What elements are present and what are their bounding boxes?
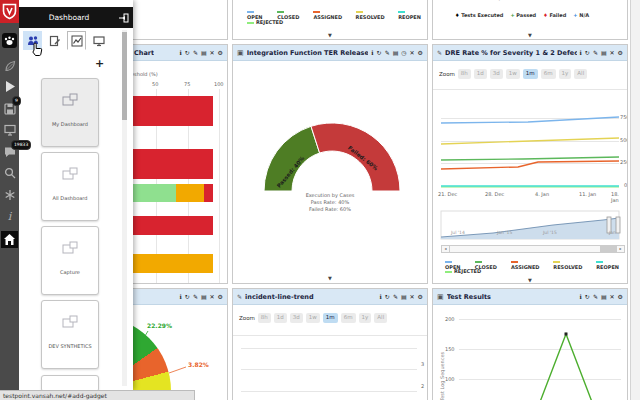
legend-item[interactable]: RESOLVED bbox=[553, 258, 590, 270]
refresh-icon[interactable]: ↻ bbox=[385, 294, 390, 300]
settings-icon[interactable]: ⚙ bbox=[418, 50, 423, 56]
gauge-chart[interactable] bbox=[233, 61, 427, 283]
charts-tab[interactable] bbox=[67, 31, 86, 50]
settings-icon[interactable]: ⚙ bbox=[418, 294, 423, 300]
exit-icon[interactable] bbox=[119, 13, 129, 23]
panel-top-right: Jul Oct ♦ Tests Executed + Passed ♦ Fail… bbox=[432, 0, 628, 40]
add-dashboard-button[interactable]: + bbox=[95, 57, 104, 70]
info-icon[interactable]: ℹ bbox=[580, 50, 582, 56]
legend-item[interactable]: + Passed bbox=[510, 12, 536, 18]
legend-item[interactable]: ASSIGNED bbox=[511, 258, 547, 270]
settings-icon[interactable]: ⚙ bbox=[218, 294, 223, 300]
table-icon[interactable]: ▤ bbox=[201, 294, 207, 300]
vansah-logo[interactable] bbox=[0, 0, 19, 23]
zoom-1d[interactable]: 1d bbox=[274, 313, 287, 323]
leaf-icon[interactable] bbox=[0, 60, 19, 72]
zoom-1m[interactable]: 1m bbox=[323, 313, 338, 323]
refresh-icon[interactable]: ↻ bbox=[377, 50, 382, 56]
home-icon[interactable] bbox=[0, 231, 19, 248]
play-icon[interactable] bbox=[0, 80, 19, 93]
refresh-icon[interactable]: ↻ bbox=[585, 294, 590, 300]
legend-item[interactable]: ♦ Failed bbox=[543, 12, 566, 18]
history-icon[interactable]: ◷ bbox=[401, 50, 406, 56]
table-icon[interactable]: ▤ bbox=[601, 50, 607, 56]
zoom-all[interactable]: All bbox=[374, 313, 387, 323]
refresh-icon[interactable]: ↻ bbox=[185, 50, 190, 56]
legend-item[interactable]: RESOLVED bbox=[356, 8, 391, 20]
close-icon[interactable]: ✕ bbox=[410, 294, 415, 300]
info-icon[interactable]: ℹ bbox=[371, 50, 373, 56]
edit-icon[interactable]: ✎ bbox=[385, 50, 390, 56]
file-edit-icon bbox=[49, 35, 61, 47]
asterisk-icon[interactable] bbox=[0, 189, 19, 201]
y-tick: 3 bbox=[421, 361, 424, 367]
close-icon[interactable]: ✕ bbox=[210, 50, 215, 56]
refresh-icon[interactable]: ↻ bbox=[185, 294, 190, 300]
zoom-1w[interactable]: 1w bbox=[306, 313, 320, 323]
filter-icon[interactable]: ▼ bbox=[528, 277, 532, 283]
legend-item[interactable]: REJECTED bbox=[445, 268, 481, 274]
table-icon[interactable]: ▤ bbox=[393, 50, 399, 56]
refresh-icon[interactable]: ↻ bbox=[585, 50, 590, 56]
dashboard-card-all[interactable]: All Dashboard bbox=[41, 152, 99, 221]
legend-item[interactable]: REOPEN bbox=[398, 8, 427, 20]
close-icon[interactable]: ✕ bbox=[610, 50, 615, 56]
dashboard-card-my[interactable]: My Dashboard bbox=[41, 78, 99, 147]
zoom-1y[interactable]: 1y bbox=[359, 313, 372, 323]
window-icon bbox=[62, 241, 78, 255]
filter-icon[interactable]: ▼ bbox=[528, 32, 532, 38]
display-tab[interactable] bbox=[89, 31, 108, 50]
filter-icon[interactable]: ▼ bbox=[328, 275, 332, 281]
paw-icon[interactable] bbox=[0, 33, 19, 48]
table-icon[interactable]: ▤ bbox=[401, 294, 407, 300]
scroll-thumb[interactable] bbox=[600, 246, 616, 252]
test-results-line[interactable] bbox=[433, 305, 627, 400]
info-icon[interactable]: ℹ bbox=[180, 50, 182, 56]
zoom-8h[interactable]: 8h bbox=[258, 313, 271, 323]
dashboard-card-capture[interactable]: Capture bbox=[41, 226, 99, 295]
legend-item[interactable]: ♦ Tests Executed bbox=[455, 12, 503, 18]
drawer-scroll-thumb[interactable] bbox=[122, 32, 127, 120]
info-icon[interactable]: ℹ bbox=[180, 294, 182, 300]
legend-item[interactable]: REOPEN bbox=[596, 258, 627, 270]
dashboard-card-dev-synthetics[interactable]: DEV SYNTHETICS bbox=[41, 300, 99, 369]
panel-title: Integration Function TER Release 1.0 bbox=[247, 49, 369, 57]
settings-icon[interactable]: ⚙ bbox=[618, 294, 623, 300]
info-icon[interactable]: ℹ bbox=[580, 294, 582, 300]
drawer-scrollbar[interactable] bbox=[122, 30, 127, 386]
gauge-failed-slice bbox=[311, 123, 400, 191]
page-scrollbar[interactable] bbox=[630, 0, 640, 400]
edit-icon[interactable]: ✎ bbox=[593, 294, 598, 300]
search-icon[interactable] bbox=[0, 167, 19, 179]
checklist-icon: ▣ bbox=[237, 49, 244, 57]
edit-icon[interactable]: ✎ bbox=[593, 50, 598, 56]
legend-item[interactable]: REJECTED bbox=[247, 19, 283, 25]
filter-icon[interactable]: ▼ bbox=[328, 32, 332, 38]
edit-doc-tab[interactable] bbox=[45, 31, 64, 50]
info-icon[interactable]: ℹ bbox=[380, 294, 382, 300]
zoom-3d[interactable]: 3d bbox=[290, 313, 303, 323]
settings-icon[interactable]: ⚙ bbox=[218, 50, 223, 56]
nav-scrollbar[interactable]: ◂ ▸ bbox=[441, 245, 625, 253]
zoom-6m[interactable]: 6m bbox=[341, 313, 356, 323]
scroll-right-arrow[interactable]: ▸ bbox=[616, 246, 624, 252]
table-icon[interactable]: ▤ bbox=[601, 294, 607, 300]
monitor-icon[interactable] bbox=[0, 124, 19, 136]
scroll-left-arrow[interactable]: ◂ bbox=[442, 246, 450, 252]
info-icon[interactable]: i bbox=[0, 210, 19, 223]
gauge-passed-slice bbox=[264, 126, 320, 191]
close-icon[interactable]: ✕ bbox=[210, 294, 215, 300]
edit-icon[interactable]: ✎ bbox=[193, 294, 198, 300]
table-icon[interactable]: ▤ bbox=[201, 50, 207, 56]
range-navigator[interactable] bbox=[433, 209, 627, 243]
legend-item[interactable]: ASSIGNED bbox=[313, 8, 347, 20]
pencil-icon: ✎ bbox=[437, 49, 442, 56]
edit-icon[interactable]: ✎ bbox=[193, 50, 198, 56]
legend-item[interactable]: + N/A bbox=[573, 12, 589, 18]
close-icon[interactable]: ✕ bbox=[410, 50, 415, 56]
settings-icon[interactable]: ⚙ bbox=[618, 50, 623, 56]
dre-lines[interactable] bbox=[433, 61, 627, 201]
edit-icon[interactable]: ✎ bbox=[393, 294, 398, 300]
close-icon[interactable]: ✕ bbox=[610, 294, 615, 300]
open-swatch bbox=[247, 11, 254, 13]
